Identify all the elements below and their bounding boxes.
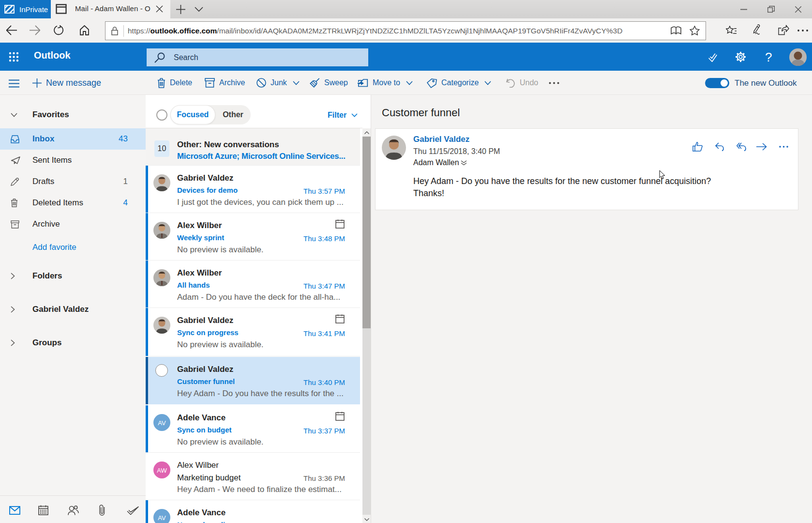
svg-text:AV: AV	[158, 514, 166, 522]
svg-text:AW: AW	[157, 467, 167, 474]
svg-text:AV: AV	[158, 419, 166, 427]
